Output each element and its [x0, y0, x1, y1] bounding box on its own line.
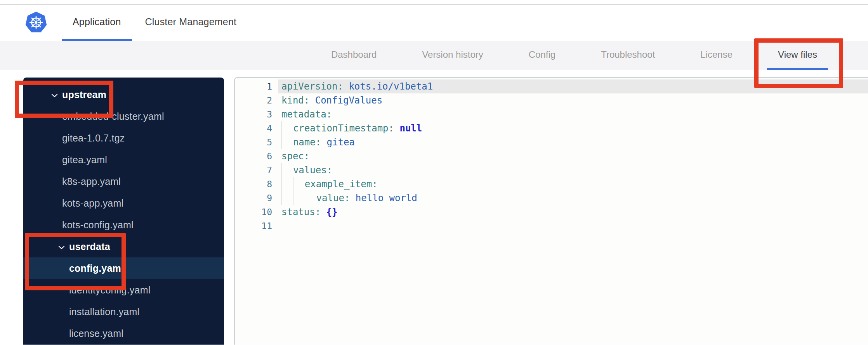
file-label: gitea.yaml — [62, 154, 107, 166]
line-number: 9 — [235, 191, 278, 205]
chevron-down-icon — [58, 245, 65, 250]
code-line-3: 3metadata: — [235, 107, 868, 121]
code-line-10: 10status: {} — [235, 205, 868, 219]
file-label: embedded-cluster.yaml — [62, 111, 164, 122]
line-number: 4 — [235, 121, 278, 135]
nav-item-config[interactable]: Config — [518, 41, 566, 70]
line-number: 6 — [235, 149, 278, 163]
code-line-6: 6spec: — [235, 149, 868, 163]
folder-label: upstream — [62, 89, 106, 100]
code-line-2: 2kind: ConfigValues — [235, 93, 868, 107]
app-nav: DashboardVersion historyConfigTroublesho… — [0, 41, 868, 70]
line-number: 8 — [235, 177, 278, 191]
code-text: apiVersion: kots.io/v1beta1 — [278, 79, 868, 93]
file-label: identityconfig.yaml — [69, 285, 150, 296]
header-tab-cluster-management[interactable]: Cluster Management — [134, 5, 248, 41]
code-text: status: {} — [278, 205, 868, 219]
code-text: kind: ConfigValues — [278, 93, 868, 107]
folder-upstream[interactable]: upstream — [23, 84, 224, 105]
yaml-file-viewer[interactable]: 1apiVersion: kots.io/v1beta12kind: Confi… — [234, 77, 868, 345]
browser-top-edge — [0, 0, 868, 5]
code-text — [278, 219, 868, 233]
indent-guide — [281, 135, 293, 149]
indent-guide — [281, 121, 293, 135]
indent-guide — [281, 177, 293, 191]
code-text: spec: — [278, 149, 868, 163]
file-k8s-app-yaml[interactable]: k8s-app.yaml — [23, 171, 224, 192]
code-line-11: 11 — [235, 219, 868, 233]
file-installation-yaml[interactable]: installation.yaml — [23, 301, 224, 323]
chevron-down-icon — [51, 93, 58, 98]
header-tabs: ApplicationCluster Management — [62, 5, 247, 41]
file-license-yaml[interactable]: license.yaml — [23, 323, 224, 344]
line-number: 11 — [235, 219, 278, 233]
nav-item-license[interactable]: License — [689, 41, 743, 70]
file-gitea-yaml[interactable]: gitea.yaml — [23, 149, 224, 171]
nav-item-dashboard[interactable]: Dashboard — [320, 41, 387, 70]
nav-item-troubleshoot[interactable]: Troubleshoot — [590, 41, 666, 70]
line-number: 10 — [235, 205, 278, 219]
nav-item-version-history[interactable]: Version history — [411, 41, 494, 70]
code-line-7: 7values: — [235, 163, 868, 177]
kubernetes-logo — [25, 11, 47, 34]
code-line-5: 5name: gitea — [235, 135, 868, 149]
file-label: kots-config.yaml — [62, 219, 134, 231]
line-number: 7 — [235, 163, 278, 177]
code-text: value: hello world — [278, 191, 868, 205]
line-number: 1 — [235, 79, 278, 93]
indent-guide — [293, 191, 305, 205]
folder-userdata[interactable]: userdata — [23, 236, 224, 257]
main-content: upstreamembedded-cluster.yamlgitea-1.0.7… — [0, 70, 868, 345]
file-label: k8s-app.yaml — [62, 176, 121, 187]
code-line-4: 4creationTimestamp: null — [235, 121, 868, 135]
file-label: kots-app.yaml — [62, 198, 123, 209]
line-number: 3 — [235, 107, 278, 121]
code-text: name: gitea — [278, 135, 868, 149]
indent-guide — [281, 191, 293, 205]
indent-guide — [293, 177, 305, 191]
app-header: ApplicationCluster Management — [0, 5, 868, 41]
line-number: 2 — [235, 93, 278, 107]
code-line-1: 1apiVersion: kots.io/v1beta1 — [235, 79, 868, 93]
nav-item-view-files[interactable]: View files — [767, 41, 828, 70]
line-number: 5 — [235, 135, 278, 149]
file-embedded-cluster-yaml[interactable]: embedded-cluster.yaml — [23, 105, 224, 127]
file-tree-sidebar: upstreamembedded-cluster.yamlgitea-1.0.7… — [23, 78, 224, 345]
code-text: metadata: — [278, 107, 868, 121]
code-line-9: 9value: hello world — [235, 191, 868, 205]
header-tab-application[interactable]: Application — [62, 5, 132, 41]
file-gitea-1-0-7-tgz[interactable]: gitea-1.0.7.tgz — [23, 127, 224, 149]
file-kots-app-yaml[interactable]: kots-app.yaml — [23, 192, 224, 214]
code-text: example_item: — [278, 177, 868, 191]
indent-guide — [281, 163, 293, 177]
file-label: gitea-1.0.7.tgz — [62, 133, 125, 144]
code-text: values: — [278, 163, 868, 177]
file-label: installation.yaml — [69, 306, 139, 317]
file-config-yaml[interactable]: config.yaml — [23, 257, 224, 279]
code-line-8: 8example_item: — [235, 177, 868, 191]
folder-label: userdata — [69, 241, 110, 252]
indent-guide — [305, 191, 316, 205]
file-label: config.yaml — [69, 263, 124, 274]
file-identityconfig-yaml[interactable]: identityconfig.yaml — [23, 279, 224, 301]
code-text: creationTimestamp: null — [278, 121, 868, 135]
file-label: license.yaml — [69, 328, 123, 339]
file-kots-config-yaml[interactable]: kots-config.yaml — [23, 214, 224, 236]
